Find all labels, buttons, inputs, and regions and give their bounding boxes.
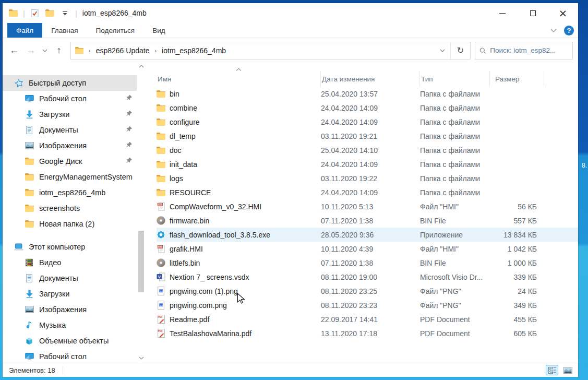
ribbon-tab-share[interactable]: Поделиться <box>87 23 144 38</box>
column-header-size[interactable]: Размер <box>490 71 544 87</box>
file-row[interactable]: logs 03.11.2020 19:22 Папка с файлами <box>157 171 578 185</box>
customize-quick-access-icon[interactable] <box>60 8 70 18</box>
file-type: Папка с файлами <box>420 160 490 169</box>
ribbon-tab-view[interactable]: Вид <box>143 23 174 38</box>
thumbnail-view-button[interactable] <box>561 365 574 375</box>
file-row[interactable]: HMIgrafik.HMI 10.11.2020 4:39 Файл "HMI"… <box>157 242 578 256</box>
file-size: 557 КБ <box>490 217 544 225</box>
folder-icon <box>157 89 165 98</box>
refresh-button[interactable]: ↻ <box>450 42 470 59</box>
sidebar-item-label: Загрузки <box>39 110 121 118</box>
details-view-button[interactable] <box>546 365 558 375</box>
file-row[interactable]: VNextion 7_ screens.vsdx 08.11.2020 19:0… <box>157 270 578 284</box>
scroll-down-icon[interactable] <box>137 357 146 360</box>
search-box[interactable] <box>475 42 573 60</box>
file-row[interactable]: flash_download_tool_3.8.5.exe 28.05.2020… <box>157 228 578 242</box>
svg-text:HMI: HMI <box>158 204 162 206</box>
search-icon <box>479 47 486 54</box>
up-button[interactable]: ↑ <box>52 43 66 58</box>
file-type: Папка с файлами <box>420 132 490 140</box>
column-header-type[interactable]: Тип <box>420 71 490 87</box>
document-icon <box>25 126 34 134</box>
file-type: Файл "HMI" <box>420 203 490 211</box>
sidebar-item[interactable]: screenshots <box>3 200 137 216</box>
file-name: combine <box>170 104 197 112</box>
svg-text:HMI: HMI <box>158 246 162 248</box>
sidebar-item-label: Быстрый доступ <box>29 79 133 87</box>
file-row[interactable]: dl_temp 03.11.2020 19:21 Папка с файлами <box>157 129 578 143</box>
forward-button[interactable]: → <box>23 43 38 58</box>
file-row[interactable]: PDFTestBalashovaMarina.pdf 13.11.2020 17… <box>157 326 578 340</box>
folder-icon <box>25 173 34 181</box>
close-button[interactable]: × <box>548 3 578 23</box>
address-bar[interactable]: › esp8266 Update › iotm_esp8266_4mb ↻ <box>70 42 471 60</box>
sidebar-item[interactable]: Музыка <box>3 317 137 333</box>
sidebar-item-label: Изображения <box>39 305 133 314</box>
file-row[interactable]: HMICompWaveform_v0_32.HMI 10.11.2020 5:1… <box>157 199 578 213</box>
sidebar-item[interactable]: Рабочий стол <box>3 349 137 363</box>
window-title: iotm_esp8266_4mb <box>82 9 147 17</box>
scroll-up-icon[interactable] <box>137 65 146 68</box>
file-row[interactable]: bin 25.04.2020 13:57 Папка с файлами <box>157 87 578 101</box>
sidebar-item[interactable]: Рабочий стол <box>3 91 137 106</box>
back-button[interactable]: ← <box>7 43 21 58</box>
address-dropdown-icon[interactable] <box>435 42 450 59</box>
file-name: littlefs.bin <box>170 259 200 267</box>
file-type: Папка с файлами <box>420 90 490 98</box>
help-button[interactable]: ? <box>564 26 574 35</box>
sidebar-item[interactable]: Новая папка (2) <box>3 216 137 232</box>
sidebar-item[interactable]: Google Диск <box>3 153 137 169</box>
file-row[interactable]: littlefs.bin 07.11.2020 1:38 BIN File 1 … <box>157 256 578 270</box>
sidebar-item[interactable]: EnergyManagementSystemN <box>3 169 137 185</box>
sidebar-item[interactable]: Загрузки <box>3 286 137 302</box>
file-row[interactable]: doc 25.04.2020 14:10 Папка с файлами <box>157 143 578 157</box>
column-header-name[interactable]: Имя <box>157 71 321 87</box>
file-date: 10.11.2020 5:13 <box>321 203 420 211</box>
sidebar-item[interactable]: Изображения <box>3 302 137 317</box>
sidebar-item-label: iotm_esp8266_4mb <box>39 188 133 197</box>
sidebar-item[interactable]: Видео <box>3 255 137 270</box>
recent-locations-icon[interactable] <box>40 43 50 58</box>
new-folder-button[interactable] <box>45 8 55 18</box>
sidebar-item[interactable]: Документы <box>3 270 137 286</box>
file-type: BIN File <box>420 259 490 267</box>
ribbon-tab-file[interactable]: Файл <box>7 23 42 38</box>
quick-access-toolbar: | | <box>8 8 77 18</box>
file-type: BIN File <box>420 217 490 225</box>
ribbon-tab-home[interactable]: Главная <box>42 23 87 38</box>
minimize-icon <box>499 13 506 14</box>
file-row[interactable]: pngwing.com.png 08.11.2020 23:23 Файл "P… <box>157 298 578 312</box>
maximize-button[interactable] <box>518 3 548 23</box>
file-row[interactable]: pngwing.com (1).png 08.11.2020 23:25 Фай… <box>157 284 578 298</box>
breadcrumb-item[interactable]: esp8266 Update <box>96 46 150 55</box>
sidebar-item[interactable]: Загрузки <box>3 106 137 122</box>
sidebar-item[interactable]: iotm_esp8266_4mb <box>3 185 137 200</box>
file-row[interactable]: configure 24.04.2020 14:09 Папка с файла… <box>157 115 578 129</box>
sidebar-item[interactable]: Этот компьютер <box>3 239 137 255</box>
file-type: Папка с файлами <box>420 146 490 155</box>
sidebar-item[interactable]: Объемные объекты <box>3 333 137 349</box>
sidebar-item[interactable]: Документы <box>3 122 137 138</box>
breadcrumb-item-current[interactable]: iotm_esp8266_4mb <box>162 46 226 55</box>
file-type: Файл "PNG" <box>420 287 490 295</box>
thumbnail-view-icon <box>563 367 572 374</box>
file-row[interactable]: RESOURCE 24.04.2020 14:09 Папка с файлам… <box>157 185 578 199</box>
file-row[interactable]: firmware.bin 07.11.2020 1:38 BIN File 55… <box>157 213 578 228</box>
expand-ribbon-icon[interactable] <box>550 29 557 32</box>
breadcrumb[interactable]: › esp8266 Update › iotm_esp8266_4mb <box>71 42 435 59</box>
sidebar-item[interactable]: Быстрый доступ <box>3 75 137 91</box>
column-headers: Имя Дата изменения Тип Размер <box>157 63 578 87</box>
file-row[interactable]: PDFReadme.pdf 22.09.2017 14:41 PDF Docum… <box>157 312 578 326</box>
file-row[interactable]: combine 24.04.2020 14:09 Папка с файлами <box>157 101 578 115</box>
sidebar-scrollbar[interactable] <box>137 63 146 363</box>
file-date: 25.04.2020 14:10 <box>321 146 420 155</box>
sidebar-item[interactable]: Изображения <box>3 138 137 153</box>
minimize-button[interactable] <box>487 3 518 23</box>
status-bar: Элементов: 18 <box>3 363 578 377</box>
properties-button[interactable] <box>30 8 40 18</box>
scrollbar-thumb[interactable] <box>138 231 144 292</box>
search-input[interactable] <box>490 46 568 54</box>
file-row[interactable]: init_data 24.04.2020 14:09 Папка с файла… <box>157 157 578 171</box>
folder-icon <box>157 174 165 183</box>
column-header-date[interactable]: Дата изменения <box>321 71 420 87</box>
